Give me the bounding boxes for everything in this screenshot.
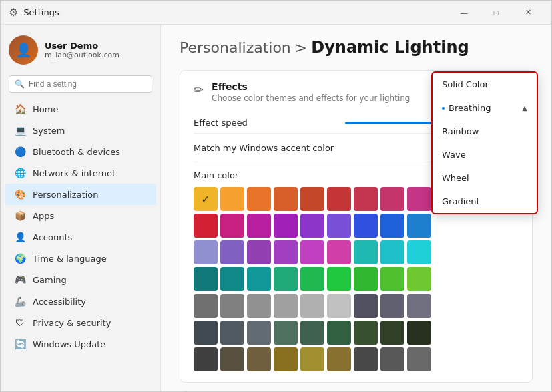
search-box[interactable]: 🔍 <box>9 75 152 93</box>
color-swatch-6-6[interactable] <box>354 347 378 371</box>
sidebar-item-bluetooth[interactable]: 🔵 Bluetooth & devices <box>5 141 156 162</box>
sidebar-label-update: Windows Update <box>33 339 105 349</box>
color-swatch-4-0[interactable] <box>194 294 218 318</box>
color-swatch-6-2[interactable] <box>247 347 271 371</box>
color-swatch-2-6[interactable] <box>354 240 378 264</box>
color-swatch-3-3[interactable] <box>274 267 298 291</box>
dropdown-item-wave[interactable]: Wave <box>433 143 537 166</box>
color-swatch-1-0[interactable] <box>194 214 218 238</box>
search-input[interactable] <box>29 79 146 89</box>
color-swatch-5-7[interactable] <box>380 321 404 345</box>
color-swatch-0-8[interactable] <box>407 187 431 211</box>
color-swatch-3-4[interactable] <box>300 267 324 291</box>
color-swatch-6-1[interactable] <box>220 347 244 371</box>
color-swatch-5-2[interactable] <box>247 321 271 345</box>
system-icon: 💻 <box>14 124 26 136</box>
color-swatch-0-6[interactable] <box>354 187 378 211</box>
sidebar-label-network: Network & internet <box>33 168 115 178</box>
color-swatch-5-5[interactable] <box>327 321 351 345</box>
color-swatch-4-1[interactable] <box>220 294 244 318</box>
color-swatch-3-2[interactable] <box>247 267 271 291</box>
sidebar-item-update[interactable]: 🔄 Windows Update <box>5 333 156 355</box>
color-swatch-0-7[interactable] <box>380 187 404 211</box>
sidebar-item-system[interactable]: 💻 System <box>5 120 156 141</box>
color-swatch-1-1[interactable] <box>220 214 244 238</box>
color-swatch-4-7[interactable] <box>380 294 404 318</box>
color-swatch-3-7[interactable] <box>380 267 404 291</box>
sidebar-item-gaming[interactable]: 🎮 Gaming <box>5 269 156 290</box>
sidebar-item-apps[interactable]: 📦 Apps <box>5 205 156 226</box>
color-swatch-0-2[interactable] <box>247 187 271 211</box>
color-swatch-5-1[interactable] <box>220 321 244 345</box>
color-swatch-4-3[interactable] <box>274 294 298 318</box>
color-swatch-0-4[interactable] <box>300 187 324 211</box>
color-swatch-6-4[interactable] <box>300 347 324 371</box>
color-swatch-6-5[interactable] <box>327 347 351 371</box>
color-swatch-6-7[interactable] <box>380 347 404 371</box>
color-swatch-0-3[interactable] <box>274 187 298 211</box>
dropdown-item-breathing[interactable]: Breathing ▲ <box>433 96 537 120</box>
color-swatch-5-0[interactable] <box>194 321 218 345</box>
color-swatch-2-2[interactable] <box>247 240 271 264</box>
color-swatch-5-3[interactable] <box>274 321 298 345</box>
color-swatch-6-8[interactable] <box>407 347 431 371</box>
color-swatch-1-6[interactable] <box>354 214 378 238</box>
dropdown-label-wave: Wave <box>442 150 466 160</box>
color-swatch-2-7[interactable] <box>380 240 404 264</box>
color-swatch-4-4[interactable] <box>300 294 324 318</box>
color-swatch-5-6[interactable] <box>354 321 378 345</box>
color-swatch-4-5[interactable] <box>327 294 351 318</box>
color-swatch-2-0[interactable] <box>194 240 218 264</box>
color-swatch-1-8[interactable] <box>407 214 431 238</box>
color-swatch-6-3[interactable] <box>274 347 298 371</box>
color-swatch-1-3[interactable] <box>274 214 298 238</box>
color-swatch-4-2[interactable] <box>247 294 271 318</box>
sidebar-item-privacy[interactable]: 🛡 Privacy & security <box>5 312 156 333</box>
color-swatch-0-5[interactable] <box>327 187 351 211</box>
sidebar-item-network[interactable]: 🌐 Network & internet <box>5 162 156 184</box>
accessibility-icon: 🦾 <box>14 295 26 307</box>
color-swatch-6-0[interactable] <box>194 347 218 371</box>
color-swatch-1-5[interactable] <box>327 214 351 238</box>
color-swatch-2-4[interactable] <box>300 240 324 264</box>
dropdown-item-rainbow[interactable]: Rainbow <box>433 120 537 143</box>
color-swatch-2-5[interactable] <box>327 240 351 264</box>
dropdown-item-gradient[interactable]: Gradient <box>433 190 537 213</box>
sidebar-item-accounts[interactable]: 👤 Accounts <box>5 226 156 248</box>
color-swatch-0-1[interactable] <box>220 187 244 211</box>
color-swatch-3-6[interactable] <box>354 267 378 291</box>
sidebar-item-home[interactable]: 🏠 Home <box>5 98 156 120</box>
dropdown-item-solid[interactable]: Solid Color <box>433 73 537 96</box>
color-swatch-4-6[interactable] <box>354 294 378 318</box>
sidebar-label-privacy: Privacy & security <box>33 318 111 328</box>
color-swatch-3-1[interactable] <box>220 267 244 291</box>
sidebar-item-accessibility[interactable]: 🦾 Accessibility <box>5 290 156 312</box>
color-swatch-2-1[interactable] <box>220 240 244 264</box>
maximize-button[interactable]: □ <box>481 3 511 23</box>
nav-list: 🏠 Home 💻 System 🔵 Bluetooth & devices 🌐 … <box>1 98 160 355</box>
color-swatch-1-4[interactable] <box>300 214 324 238</box>
slider-fill <box>345 122 441 124</box>
sidebar-item-personalization[interactable]: 🎨 Personalization <box>5 184 156 205</box>
settings-window: ⚙ Settings — □ ✕ 👤 User Demo m_lab@outlo… <box>0 0 552 392</box>
minimize-button[interactable]: — <box>449 3 479 23</box>
color-swatch-3-0[interactable] <box>194 267 218 291</box>
color-swatch-2-8[interactable] <box>407 240 431 264</box>
color-swatch-1-2[interactable] <box>247 214 271 238</box>
close-button[interactable]: ✕ <box>513 3 543 23</box>
color-swatch-0-0[interactable] <box>194 187 218 211</box>
time-icon: 🌍 <box>14 252 26 264</box>
titlebar-title: Settings <box>23 7 59 17</box>
color-swatch-5-4[interactable] <box>300 321 324 345</box>
user-section[interactable]: 👤 User Demo m_lab@outlook.com <box>1 30 160 73</box>
color-swatch-4-8[interactable] <box>407 294 431 318</box>
update-icon: 🔄 <box>14 338 26 350</box>
color-swatch-3-8[interactable] <box>407 267 431 291</box>
color-swatch-5-8[interactable] <box>407 321 431 345</box>
color-row-5 <box>194 321 519 345</box>
color-swatch-3-5[interactable] <box>327 267 351 291</box>
color-swatch-2-3[interactable] <box>274 240 298 264</box>
color-swatch-1-7[interactable] <box>380 214 404 238</box>
sidebar-item-time[interactable]: 🌍 Time & language <box>5 248 156 269</box>
dropdown-item-wheel[interactable]: Wheel <box>433 166 537 190</box>
